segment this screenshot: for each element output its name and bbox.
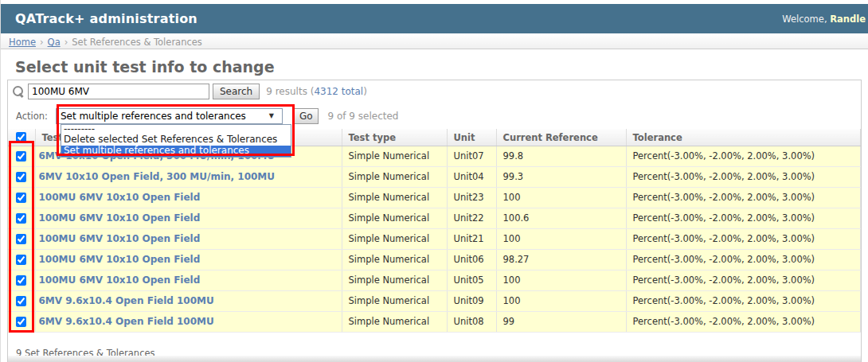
table-row: 6MV 10x10 Open Field, 300 MU/min, 100MU …: [8, 166, 861, 187]
row-checkbox[interactable]: [16, 172, 26, 182]
breadcrumb-home-link[interactable]: Home: [9, 37, 36, 48]
table-row: 100MU 6MV 10x10 Open Field Simple Numeri…: [8, 208, 861, 228]
results-count: 9 results (4312 total): [266, 86, 367, 97]
row-checkbox[interactable]: [16, 234, 26, 244]
test-cell: 100MU 6MV 10x10 Open Field: [35, 208, 342, 228]
username: Randle: [830, 14, 866, 25]
tolerance-cell: Percent(-3.00%, -2.00%, 2.00%, 3.00%): [626, 270, 861, 290]
test-link[interactable]: 6MV 10x10 Open Field, 300 MU/min, 100MU: [39, 171, 276, 182]
tolerance-cell: Percent(-3.00%, -2.00%, 2.00%, 3.00%): [626, 228, 861, 249]
test-type-cell: Simple Numerical: [342, 208, 447, 228]
row-checkbox[interactable]: [16, 213, 26, 224]
action-select[interactable]: Set multiple references and tolerances ▼: [56, 108, 283, 124]
select-all-checkbox[interactable]: [16, 132, 26, 142]
tolerance-cell: Percent(-3.00%, -2.00%, 2.00%, 3.00%): [626, 166, 861, 187]
dropdown-option[interactable]: Delete selected Set References & Toleran…: [61, 134, 291, 146]
show-all-link[interactable]: 4312 total: [314, 86, 363, 97]
page-title: Select unit test info to change: [15, 58, 868, 76]
dropdown-option[interactable]: Set multiple references and tolerances: [61, 146, 291, 157]
tolerance-cell: Percent(-3.00%, -2.00%, 2.00%, 3.00%): [626, 187, 861, 208]
row-checkbox-cell: [8, 166, 35, 187]
test-cell: 100MU 6MV 10x10 Open Field: [35, 249, 342, 270]
tolerance-cell: Percent(-3.00%, -2.00%, 2.00%, 3.00%): [626, 290, 861, 311]
unit-cell: Unit09: [447, 290, 496, 311]
current-reference-cell: 100: [496, 270, 626, 290]
unit-cell: Unit05: [447, 270, 496, 290]
unit-cell: Unit23: [447, 187, 496, 208]
row-checkbox-cell: [8, 187, 35, 208]
breadcrumb-current: Set References & Tolerances: [72, 37, 202, 48]
test-cell: 6MV 9.6x10.4 Open Field 100MU: [35, 290, 342, 311]
table-row: 6MV 9.6x10.4 Open Field 100MU Simple Num…: [8, 290, 861, 311]
current-reference-cell: 98.27: [496, 249, 626, 270]
current-reference-cell: 100: [496, 290, 626, 311]
search-button[interactable]: Search: [213, 84, 260, 99]
test-cell: 6MV 10x10 Open Field, 300 MU/min, 100MU: [35, 166, 342, 187]
row-checkbox[interactable]: [16, 255, 26, 265]
user-welcome: Welcome, Randle: [782, 14, 866, 25]
results-table: Test Test type Unit Current Reference To…: [8, 129, 861, 333]
test-type-cell: Simple Numerical: [342, 311, 447, 332]
tolerance-cell: Percent(-3.00%, -2.00%, 2.00%, 3.00%): [626, 311, 861, 332]
paren-close: ): [363, 86, 367, 97]
select-all-cell: [8, 129, 35, 146]
test-link[interactable]: 100MU 6MV 10x10 Open Field: [39, 233, 201, 244]
test-type-cell: Simple Numerical: [342, 270, 447, 290]
row-checkbox[interactable]: [16, 151, 26, 162]
test-link[interactable]: 100MU 6MV 10x10 Open Field: [39, 192, 201, 203]
test-type-cell: Simple Numerical: [342, 146, 447, 166]
test-link[interactable]: 100MU 6MV 10x10 Open Field: [39, 212, 201, 224]
test-link[interactable]: 100MU 6MV 10x10 Open Field: [39, 254, 201, 265]
test-cell: 100MU 6MV 10x10 Open Field: [35, 187, 342, 208]
breadcrumb-separator: ›: [65, 37, 68, 48]
test-type-cell: Simple Numerical: [342, 228, 447, 249]
go-button[interactable]: Go: [294, 108, 319, 124]
search-input[interactable]: [28, 84, 209, 99]
row-checkbox-cell: [8, 249, 35, 270]
test-cell: 100MU 6MV 10x10 Open Field: [35, 228, 342, 249]
paginator-summary: 9 Set References & Tolerances: [8, 333, 861, 359]
breadcrumb-separator: ›: [40, 37, 44, 48]
column-header-test-type: Test type: [342, 129, 447, 146]
tolerance-cell: Percent(-3.00%, -2.00%, 2.00%, 3.00%): [626, 146, 861, 166]
unit-cell: Unit21: [447, 228, 496, 249]
tolerance-cell: Percent(-3.00%, -2.00%, 2.00%, 3.00%): [626, 249, 861, 270]
test-type-cell: Simple Numerical: [342, 249, 447, 270]
table-row: 6MV 9.6x10.4 Open Field 100MU Simple Num…: [8, 311, 861, 332]
column-header-current-reference: Current Reference: [496, 129, 626, 146]
row-checkbox[interactable]: [16, 275, 26, 286]
test-type-cell: Simple Numerical: [342, 166, 447, 187]
results-count-text: 9 results: [266, 86, 310, 97]
current-reference-cell: 99: [496, 311, 626, 332]
row-checkbox-cell: [8, 290, 35, 311]
row-checkbox[interactable]: [16, 296, 26, 306]
app-header: QATrack+ administration Welcome, Randle: [1, 4, 868, 33]
row-checkbox[interactable]: [16, 317, 26, 327]
breadcrumb: Home›Qa›Set References & Tolerances: [1, 33, 868, 49]
current-reference-cell: 99.3: [496, 166, 626, 187]
test-cell: 6MV 9.6x10.4 Open Field 100MU: [35, 311, 342, 332]
row-checkbox[interactable]: [16, 193, 26, 203]
breadcrumb-qa-link[interactable]: Qa: [48, 37, 61, 48]
current-reference-cell: 100: [496, 228, 626, 249]
test-link[interactable]: 100MU 6MV 10x10 Open Field: [39, 274, 201, 286]
test-cell: 100MU 6MV 10x10 Open Field: [35, 270, 342, 290]
action-label: Action:: [16, 111, 48, 122]
selected-count: 9 of 9 selected: [328, 111, 399, 122]
action-select-value: Set multiple references and tolerances: [61, 111, 246, 122]
row-checkbox-cell: [8, 270, 35, 290]
dropdown-option[interactable]: ---------: [61, 125, 291, 134]
module-bottom-edge: [8, 356, 861, 362]
row-checkbox-cell: [8, 228, 35, 249]
test-type-cell: Simple Numerical: [342, 187, 447, 208]
table-row: 100MU 6MV 10x10 Open Field Simple Numeri…: [8, 270, 861, 290]
test-link[interactable]: 6MV 9.6x10.4 Open Field 100MU: [39, 295, 214, 306]
test-link[interactable]: 6MV 9.6x10.4 Open Field 100MU: [39, 316, 214, 327]
tolerance-cell: Percent(-3.00%, -2.00%, 2.00%, 3.00%): [626, 208, 861, 228]
current-reference-cell: 100.6: [496, 208, 626, 228]
table-row: 100MU 6MV 10x10 Open Field Simple Numeri…: [8, 228, 861, 249]
results-table-body: 6MV 10x10 Open Field, 300 MU/min, 100MU …: [8, 146, 861, 332]
current-reference-cell: 99.8: [496, 146, 626, 166]
column-header-unit: Unit: [447, 129, 496, 146]
unit-cell: Unit22: [447, 208, 496, 228]
